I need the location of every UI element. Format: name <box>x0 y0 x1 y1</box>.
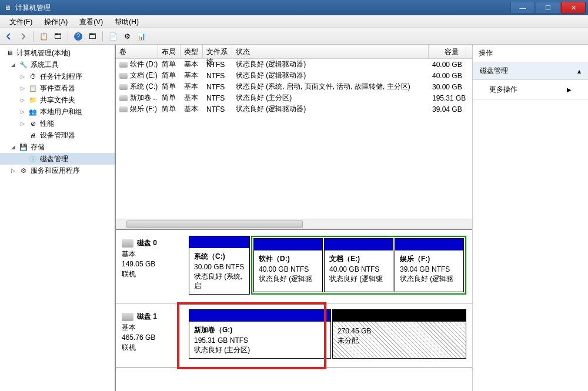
expand-icon[interactable]: ▷ <box>19 121 26 126</box>
col-layout[interactable]: 布局 <box>158 45 181 58</box>
disk-1-label: 磁盘 1 基本 465.76 GB 联机 <box>122 309 184 359</box>
center-panel: 卷 布局 类型 文件系统 状态 容量 软件 (D:)简单基本NTFS状态良好 (… <box>116 45 472 391</box>
actions-panel: 操作 磁盘管理▴ 更多操作▶ <box>472 45 588 391</box>
partition-unallocated[interactable]: 270.45 GB未分配 <box>332 309 466 359</box>
tree-device-manager[interactable]: 🖨设备管理器 <box>0 129 115 141</box>
toolbar: 📋 🗔 ? 🗔 📄 ⚙ 📊 <box>0 28 588 45</box>
partition-f[interactable]: 娱乐（F:)39.04 GB NTFS状态良好 (逻辑驱 <box>395 238 464 292</box>
extended-partition: 软件（D:)40.00 GB NTFS状态良好 (逻辑驱 文档（E:)40.00… <box>251 236 466 295</box>
navigation-tree[interactable]: 🖥计算机管理(本地) ◢🔧系统工具 ▷⏱任务计划程序 ▷📋事件查看器 ▷📁共享文… <box>0 45 116 391</box>
collapse-icon[interactable]: ◢ <box>9 144 16 150</box>
tree-local-users[interactable]: ▷👥本地用户和组 <box>0 106 115 118</box>
view-icon[interactable]: 🗔 <box>86 30 99 43</box>
main-area: 🖥计算机管理(本地) ◢🔧系统工具 ▷⏱任务计划程序 ▷📋事件查看器 ▷📁共享文… <box>0 45 588 391</box>
menu-bar: 文件(F) 操作(A) 查看(V) 帮助(H) <box>0 15 588 28</box>
col-volume[interactable]: 卷 <box>116 45 158 58</box>
col-capacity[interactable]: 容量 <box>429 45 466 58</box>
tree-task-scheduler[interactable]: ▷⏱任务计划程序 <box>0 71 115 82</box>
tree-performance[interactable]: ▷⊘性能 <box>0 118 115 129</box>
partition-c[interactable]: 系统（C:)30.00 GB NTFS状态良好 (系统, 启 <box>189 236 250 295</box>
menu-file[interactable]: 文件(F) <box>4 16 38 28</box>
arrow-right-icon: ▶ <box>567 86 572 93</box>
expand-icon[interactable]: ▷ <box>9 168 16 173</box>
table-row[interactable]: 系统 (C:)简单基本NTFS状态良好 (系统, 启动, 页面文件, 活动, 故… <box>116 81 472 92</box>
grid-header: 卷 布局 类型 文件系统 状态 容量 <box>116 45 472 59</box>
back-button[interactable] <box>2 30 15 43</box>
tree-shared-folders[interactable]: ▷📁共享文件夹 <box>0 94 115 106</box>
disk-graph: 磁盘 0 基本 149.05 GB 联机 系统（C:)30.00 GB NTFS… <box>116 230 472 391</box>
expand-icon[interactable]: ▷ <box>19 97 26 103</box>
disk-1-partitions: 新加卷（G:)195.31 GB NTFS状态良好 (主分区) 270.45 G… <box>189 309 466 359</box>
col-type[interactable]: 类型 <box>181 45 203 58</box>
table-row[interactable]: 文档 (E:)简单基本NTFS状态良好 (逻辑驱动器)40.00 GB <box>116 70 472 81</box>
minimize-button[interactable]: — <box>510 2 535 14</box>
app-icon: 🖥 <box>2 3 12 12</box>
tree-root[interactable]: 🖥计算机管理(本地) <box>0 47 115 59</box>
actions-header: 操作 <box>473 45 588 62</box>
partition-g[interactable]: 新加卷（G:)195.31 GB NTFS状态良好 (主分区) <box>189 309 331 359</box>
disk-1-block[interactable]: 磁盘 1 基本 465.76 GB 联机 新加卷（G:)195.31 GB NT… <box>116 303 472 367</box>
col-status[interactable]: 状态 <box>232 45 429 58</box>
disk-icon <box>122 313 133 321</box>
partition-header <box>254 239 322 250</box>
horizontal-scrollbar[interactable] <box>116 219 472 229</box>
partition-header <box>333 310 466 322</box>
table-row[interactable]: 娱乐 (F:)简单基本NTFS状态良好 (逻辑驱动器)39.04 GB <box>116 103 472 115</box>
expand-icon[interactable]: ▷ <box>19 109 26 115</box>
tree-event-viewer[interactable]: ▷📋事件查看器 <box>0 82 115 94</box>
grid-body[interactable]: 软件 (D:)简单基本NTFS状态良好 (逻辑驱动器)40.00 GB文档 (E… <box>116 59 472 219</box>
separator <box>33 31 34 42</box>
tree-storage[interactable]: ◢💾存储 <box>0 141 115 153</box>
properties-icon[interactable]: 🗔 <box>51 30 64 43</box>
partition-header <box>395 239 463 250</box>
expand-icon[interactable]: ▷ <box>19 85 26 91</box>
forward-button[interactable] <box>16 30 29 43</box>
partition-header <box>189 236 249 248</box>
partition-e[interactable]: 文档（E:)40.00 GB NTFS状态良好 (逻辑驱 <box>324 238 393 292</box>
volume-grid: 卷 布局 类型 文件系统 状态 容量 软件 (D:)简单基本NTFS状态良好 (… <box>116 45 472 230</box>
settings-icon[interactable]: ⚙ <box>121 30 133 43</box>
actions-group-diskmgmt[interactable]: 磁盘管理▴ <box>473 62 588 80</box>
menu-help[interactable]: 帮助(H) <box>109 16 145 28</box>
expand-icon[interactable]: ▷ <box>19 73 26 79</box>
window-controls: — ☐ ✕ <box>510 2 586 14</box>
window-title: 计算机管理 <box>15 3 510 13</box>
disk-0-block[interactable]: 磁盘 0 基本 149.05 GB 联机 系统（C:)30.00 GB NTFS… <box>116 230 472 303</box>
table-row[interactable]: 新加卷 ..简单基本NTFS状态良好 (主分区)195.31 GB <box>116 92 472 103</box>
tree-system-tools[interactable]: ◢🔧系统工具 <box>0 59 115 71</box>
menu-action[interactable]: 操作(A) <box>38 16 74 28</box>
list-icon[interactable]: 📄 <box>106 30 119 43</box>
partition-d[interactable]: 软件（D:)40.00 GB NTFS状态良好 (逻辑驱 <box>253 238 323 292</box>
disk-0-label: 磁盘 0 基本 149.05 GB 联机 <box>122 236 184 295</box>
partition-header <box>325 239 393 250</box>
collapse-icon[interactable]: ◢ <box>9 62 16 68</box>
table-row[interactable]: 软件 (D:)简单基本NTFS状态良好 (逻辑驱动器)40.00 GB <box>116 59 472 70</box>
collapse-icon: ▴ <box>577 67 581 75</box>
actions-more[interactable]: 更多操作▶ <box>473 80 588 100</box>
detail-icon[interactable]: 📊 <box>135 30 148 43</box>
partition-header <box>189 310 330 322</box>
tree-services[interactable]: ▷⚙服务和应用程序 <box>0 165 115 176</box>
tree-disk-management[interactable]: 💿磁盘管理 <box>0 153 115 165</box>
separator <box>102 31 103 42</box>
separator <box>68 31 68 42</box>
maximize-button[interactable]: ☐ <box>536 2 560 14</box>
help-icon[interactable]: ? <box>72 30 85 43</box>
refresh-icon[interactable]: 📋 <box>37 30 50 43</box>
scrollbar-thumb[interactable] <box>126 220 303 228</box>
title-bar: 🖥 计算机管理 — ☐ ✕ <box>0 0 588 15</box>
close-button[interactable]: ✕ <box>561 2 586 14</box>
col-filesystem[interactable]: 文件系统 <box>203 45 232 58</box>
disk-icon <box>122 239 133 248</box>
menu-view[interactable]: 查看(V) <box>74 16 109 28</box>
